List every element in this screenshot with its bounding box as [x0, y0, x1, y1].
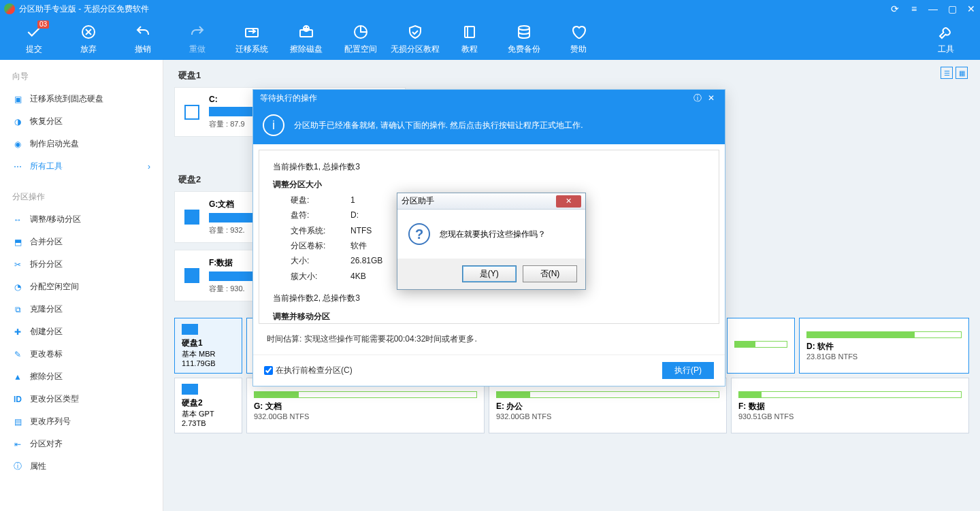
sidebar-item-allocate[interactable]: ◔分配空闲空间 — [0, 276, 163, 298]
drive-icon — [184, 210, 199, 225]
sidebar-item-label[interactable]: ✎更改卷标 — [0, 343, 163, 365]
redo-button[interactable]: 重做 — [170, 18, 225, 60]
sidebar-item-changetype[interactable]: ID更改分区类型 — [0, 388, 163, 410]
sidebar-item-clone[interactable]: ⧉克隆分区 — [0, 298, 163, 320]
check-before-exec-checkbox[interactable]: 在执行前检查分区(C) — [264, 365, 353, 376]
tutorial2-button[interactable]: 教程 — [442, 18, 497, 60]
sidebar-item-resize[interactable]: ↔调整/移动分区 — [0, 208, 163, 231]
backup-button[interactable]: 免费备份 — [497, 18, 551, 60]
serial-icon: ▤ — [12, 416, 23, 427]
migrate-icon — [243, 23, 261, 41]
refresh-icon[interactable]: ⟳ — [890, 4, 900, 14]
sidebar-item-align[interactable]: ⇤分区对齐 — [0, 433, 163, 455]
view-list-icon[interactable]: ☰ — [941, 67, 953, 79]
app-logo-icon — [4, 3, 15, 14]
sidebar-item-recover[interactable]: ◑恢复分区 — [0, 110, 163, 133]
config-button[interactable]: 配置空间 — [333, 18, 388, 60]
dialog-title: 等待执行的操作 — [260, 93, 317, 104]
dialog-title-bar: 等待执行的操作 ⓘ ✕ — [253, 90, 725, 106]
resize-icon: ↔ — [12, 214, 23, 225]
sidebar-item-merge[interactable]: ⬒合并分区 — [0, 231, 163, 253]
recover-icon: ◑ — [12, 116, 23, 127]
pie-icon — [352, 23, 370, 41]
svg-point-6 — [519, 26, 529, 30]
sidebar-item-serial[interactable]: ▤更改序列号 — [0, 410, 163, 433]
id-icon: ID — [12, 394, 23, 405]
disk-icon — [182, 384, 198, 395]
donate-button[interactable]: 赞助 — [551, 18, 606, 60]
view-grid-icon[interactable]: ▦ — [956, 67, 968, 79]
confirm-body: ? 您现在就要执行这些操作吗？ — [397, 210, 585, 259]
create-icon: ✚ — [12, 327, 23, 337]
execute-button[interactable]: 执行(P) — [662, 362, 714, 379]
database-icon — [515, 23, 533, 41]
maximize-icon[interactable]: ▢ — [947, 4, 957, 14]
menu-icon[interactable]: ≡ — [909, 4, 919, 14]
no-button[interactable]: 否(N) — [523, 265, 577, 282]
chevron-right-icon: › — [148, 162, 150, 171]
shield-icon — [406, 23, 424, 41]
sidebar: 向导 ▣迁移系统到固态硬盘 ◑恢复分区 ◉制作启动光盘 ⋯所有工具› 分区操作 … — [0, 60, 163, 511]
discard-icon — [80, 23, 97, 41]
discard-button[interactable]: 放弃 — [61, 18, 116, 60]
windows-icon — [184, 105, 199, 120]
close-icon[interactable]: ✕ — [704, 93, 718, 103]
partition-hidden2[interactable] — [727, 318, 795, 374]
close-icon[interactable]: ✕ — [556, 195, 581, 208]
svg-rect-5 — [465, 27, 474, 37]
undo-icon — [134, 23, 152, 41]
book-icon — [461, 23, 478, 41]
sidebar-item-bootdisc[interactable]: ◉制作启动光盘 — [0, 133, 163, 155]
title-bar: 分区助手专业版 - 无损分区免费软件 ⟳ ≡ — ▢ ✕ — [0, 0, 980, 18]
split-icon: ✂ — [12, 259, 23, 270]
time-estimate: 时间估算: 实现这些操作可能需要花00:04:32时间或者更多. — [253, 329, 725, 355]
ops-header: 分区操作 — [0, 186, 163, 208]
help-icon[interactable]: ⓘ — [691, 93, 704, 104]
yes-button[interactable]: 是(Y) — [462, 265, 517, 282]
wrench-icon — [937, 23, 955, 41]
toolbar: 03 提交 放弃 撤销 重做 迁移系统 擦除磁盘 配置空间 无损分区教程 教程 … — [0, 18, 980, 60]
wipe-button[interactable]: 擦除磁盘 — [279, 18, 333, 60]
migrate-button[interactable]: 迁移系统 — [225, 18, 279, 60]
wizard-header: 向导 — [0, 65, 163, 88]
more-icon: ⋯ — [12, 161, 23, 172]
sidebar-item-wipepart[interactable]: ▲擦除分区 — [0, 365, 163, 388]
disk1-label: 硬盘1 — [178, 69, 969, 82]
disc-icon: ◉ — [12, 139, 23, 150]
partition-d[interactable]: D: 软件 23.81GB NTFS — [799, 318, 969, 374]
sidebar-item-create[interactable]: ✚创建分区 — [0, 320, 163, 343]
sidebar-item-alltools[interactable]: ⋯所有工具› — [0, 155, 163, 178]
ssd-icon: ▣ — [12, 94, 23, 105]
disk2-header[interactable]: 硬盘2 基本 GPT 2.73TB — [174, 378, 242, 433]
info-icon: ⓘ — [12, 461, 23, 472]
checkbox[interactable] — [264, 366, 273, 375]
wipe-icon — [297, 23, 315, 41]
redo-icon — [189, 23, 206, 41]
confirm-dialog: 分区助手 ✕ ? 您现在就要执行这些操作吗？ 是(Y) 否(N) — [397, 193, 586, 290]
confirm-title-bar: 分区助手 ✕ — [397, 193, 585, 210]
confirm-footer: 是(Y) 否(N) — [397, 259, 585, 289]
app-title: 分区助手专业版 - 无损分区免费软件 — [19, 3, 890, 15]
view-toggle: ☰ ▦ — [941, 67, 968, 79]
align-icon: ⇤ — [12, 439, 23, 450]
commit-badge: 03 — [37, 20, 49, 29]
disk-icon — [182, 324, 198, 335]
drive-icon — [184, 268, 199, 283]
sidebar-item-properties[interactable]: ⓘ属性 — [0, 455, 163, 478]
info-icon: i — [263, 114, 284, 136]
allocate-icon: ◔ — [12, 282, 23, 293]
commit-button[interactable]: 03 提交 — [7, 18, 61, 60]
sidebar-item-split[interactable]: ✂拆分分区 — [0, 253, 163, 276]
dialog-info-banner: i 分区助手已经准备就绪, 请确认下面的操作. 然后点击执行按钮让程序正式地工作… — [253, 106, 725, 144]
tools-button[interactable]: 工具 — [919, 18, 973, 60]
confirm-message: 您现在就要执行这些操作吗？ — [440, 229, 546, 240]
clone-icon: ⧉ — [12, 304, 23, 315]
sidebar-item-migrate-ssd[interactable]: ▣迁移系统到固态硬盘 — [0, 88, 163, 110]
partition-f2[interactable]: F: 数据 930.51GB NTFS — [731, 378, 969, 433]
tutorial1-button[interactable]: 无损分区教程 — [388, 18, 442, 60]
disk1-header[interactable]: 硬盘1 基本 MBR 111.79GB — [174, 318, 242, 374]
question-icon: ? — [408, 223, 430, 245]
close-icon[interactable]: ✕ — [966, 4, 976, 14]
minimize-icon[interactable]: — — [928, 4, 938, 14]
undo-button[interactable]: 撤销 — [116, 18, 170, 60]
